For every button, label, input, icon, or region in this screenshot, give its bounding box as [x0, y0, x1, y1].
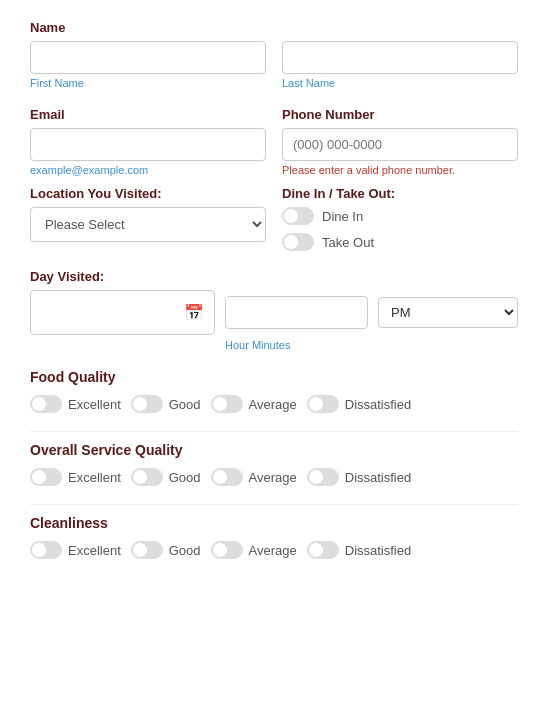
food-quality-row: Excellent Good Average Dissatisfied: [30, 395, 518, 413]
cleanliness-title: Cleanliness: [30, 515, 518, 531]
service-average-toggle[interactable]: [211, 468, 243, 486]
food-average[interactable]: Average: [211, 395, 297, 413]
last-name-col: Last Name: [282, 41, 518, 89]
name-label: Name: [30, 20, 518, 35]
food-average-label: Average: [249, 397, 297, 412]
date-input-wrapper: 06-02-2023 📅: [30, 290, 215, 335]
clean-excellent[interactable]: Excellent: [30, 541, 121, 559]
clean-excellent-label: Excellent: [68, 543, 121, 558]
day-visited-section: Day Visited: 06-02-2023 📅 05:00 AM PM Ho…: [30, 269, 518, 351]
email-input[interactable]: [30, 128, 266, 161]
phone-label: Phone Number: [282, 107, 518, 122]
service-quality-title: Overall Service Quality: [30, 442, 518, 458]
takeout-radio-label: Take Out: [322, 235, 374, 250]
date-input[interactable]: 06-02-2023: [41, 297, 171, 328]
service-good-label: Good: [169, 470, 201, 485]
hour-minutes-label: Hour Minutes: [225, 339, 518, 351]
clean-average-toggle[interactable]: [211, 541, 243, 559]
clean-good-label: Good: [169, 543, 201, 558]
service-dissatisfied[interactable]: Dissatisfied: [307, 468, 411, 486]
cleanliness-section: Cleanliness Excellent Good Average Dissa…: [30, 515, 518, 559]
location-col: Location You Visited: Please Select Loca…: [30, 186, 266, 251]
email-label: Email: [30, 107, 266, 122]
service-dissatisfied-label: Dissatisfied: [345, 470, 411, 485]
food-good-label: Good: [169, 397, 201, 412]
name-section: Name First Name Last Name: [30, 20, 518, 89]
divider-2: [30, 504, 518, 505]
dinein-radio-label: Dine In: [322, 209, 363, 224]
divider-1: [30, 431, 518, 432]
food-average-toggle[interactable]: [211, 395, 243, 413]
food-excellent-toggle[interactable]: [30, 395, 62, 413]
service-quality-section: Overall Service Quality Excellent Good A…: [30, 442, 518, 486]
clean-good-toggle[interactable]: [131, 541, 163, 559]
clean-dissatisfied-toggle[interactable]: [307, 541, 339, 559]
dinein-toggle[interactable]: [282, 207, 314, 225]
ampm-select[interactable]: AM PM: [378, 297, 518, 328]
email-col: Email example@example.com: [30, 107, 266, 176]
name-inputs-row: First Name Last Name: [30, 41, 518, 89]
clean-dissatisfied-label: Dissatisfied: [345, 543, 411, 558]
food-excellent[interactable]: Excellent: [30, 395, 121, 413]
dinein-option[interactable]: Dine In: [282, 207, 518, 225]
first-name-input[interactable]: [30, 41, 266, 74]
food-good[interactable]: Good: [131, 395, 201, 413]
clean-dissatisfied[interactable]: Dissatisfied: [307, 541, 411, 559]
food-excellent-label: Excellent: [68, 397, 121, 412]
calendar-icon[interactable]: 📅: [184, 303, 204, 322]
location-select[interactable]: Please Select Location 1 Location 2: [30, 207, 266, 242]
last-name-helper: Last Name: [282, 77, 518, 89]
service-excellent-toggle[interactable]: [30, 468, 62, 486]
day-visited-label: Day Visited:: [30, 269, 518, 284]
phone-helper: Please enter a valid phone number.: [282, 164, 518, 176]
food-dissatisfied[interactable]: Dissatisfied: [307, 395, 411, 413]
day-visited-row: 06-02-2023 📅 05:00 AM PM: [30, 290, 518, 335]
first-name-helper: First Name: [30, 77, 266, 89]
phone-col: Phone Number Please enter a valid phone …: [282, 107, 518, 176]
service-average-label: Average: [249, 470, 297, 485]
first-name-col: First Name: [30, 41, 266, 89]
clean-good[interactable]: Good: [131, 541, 201, 559]
food-dissatisfied-toggle[interactable]: [307, 395, 339, 413]
dinein-radio-group: Dine In Take Out: [282, 207, 518, 251]
service-excellent[interactable]: Excellent: [30, 468, 121, 486]
location-label: Location You Visited:: [30, 186, 266, 201]
service-good[interactable]: Good: [131, 468, 201, 486]
food-quality-section: Food Quality Excellent Good Average Diss…: [30, 369, 518, 413]
clean-average[interactable]: Average: [211, 541, 297, 559]
email-helper: example@example.com: [30, 164, 266, 176]
clean-excellent-toggle[interactable]: [30, 541, 62, 559]
email-phone-section: Email example@example.com Phone Number P…: [30, 107, 518, 176]
food-quality-title: Food Quality: [30, 369, 518, 385]
cleanliness-row: Excellent Good Average Dissatisfied: [30, 541, 518, 559]
takeout-option[interactable]: Take Out: [282, 233, 518, 251]
food-good-toggle[interactable]: [131, 395, 163, 413]
dinein-col: Dine In / Take Out: Dine In Take Out: [282, 186, 518, 251]
location-dinein-section: Location You Visited: Please Select Loca…: [30, 186, 518, 251]
service-excellent-label: Excellent: [68, 470, 121, 485]
dinein-label: Dine In / Take Out:: [282, 186, 518, 201]
service-quality-row: Excellent Good Average Dissatisfied: [30, 468, 518, 486]
service-dissatisfied-toggle[interactable]: [307, 468, 339, 486]
time-input[interactable]: 05:00: [225, 296, 368, 329]
service-average[interactable]: Average: [211, 468, 297, 486]
takeout-toggle[interactable]: [282, 233, 314, 251]
last-name-input[interactable]: [282, 41, 518, 74]
clean-average-label: Average: [249, 543, 297, 558]
service-good-toggle[interactable]: [131, 468, 163, 486]
phone-input[interactable]: [282, 128, 518, 161]
food-dissatisfied-label: Dissatisfied: [345, 397, 411, 412]
